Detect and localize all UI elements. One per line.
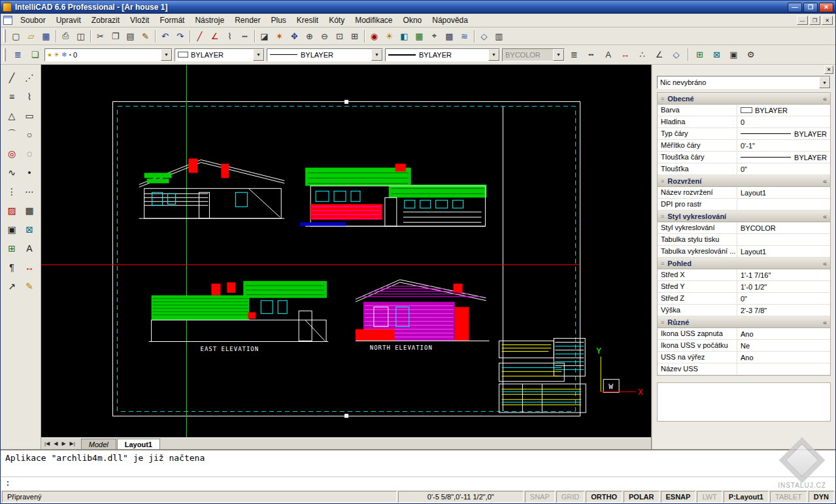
leader-icon[interactable]: ↗ [3, 277, 20, 295]
toolbar-grip[interactable] [3, 29, 6, 42]
prop-row-styl-vykreslov-n-[interactable]: Styl vykreslováníBYCOLOR [658, 222, 830, 234]
boundary-icon[interactable]: ▣ [3, 220, 20, 239]
prop-value[interactable]: Ne [737, 340, 830, 351]
prop-value[interactable]: 0" [737, 293, 830, 304]
prop-row-st-ed-z[interactable]: Střed Z0" [658, 293, 830, 305]
mdi-close-button[interactable]: ✕ [822, 16, 833, 25]
toggle-esnap[interactable]: ESNAP [661, 491, 696, 503]
drawing-canvas-svg[interactable]: EAST ELEVATION [41, 65, 651, 437]
attributes-icon[interactable]: ▣ [726, 47, 741, 62]
insert-block-icon[interactable]: ⊠ [709, 47, 724, 62]
units-icon[interactable]: ∠ [652, 47, 667, 62]
menu-koty[interactable]: Kóty [324, 14, 350, 26]
polyline-icon[interactable]: ⌇ [21, 88, 38, 106]
explore-linetypes-icon[interactable]: ╍ [584, 47, 599, 62]
entity-snap-icon[interactable]: ◇ [477, 29, 492, 44]
toolbar-icon[interactable] [686, 47, 690, 62]
multiline-icon[interactable]: ≡ [3, 88, 20, 106]
collapse-chevron-icon[interactable]: « [823, 212, 827, 220]
polyline-edit-icon[interactable]: ⌇ [222, 29, 237, 44]
menu-napoveda[interactable]: Nápověda [427, 14, 473, 26]
prop-row-tlou-ka[interactable]: Tloušťka0" [658, 163, 830, 175]
print-icon[interactable]: ⎙ [58, 29, 73, 44]
fog-icon[interactable]: ≋ [457, 29, 472, 44]
open-icon[interactable]: ▱ [24, 29, 39, 44]
prop-row-st-ed-y[interactable]: Střed Y1'-0 1/2" [658, 281, 830, 293]
region-icon[interactable]: ▦ [21, 201, 38, 220]
toggle-tablet[interactable]: TABLET [770, 491, 807, 503]
linetype-select[interactable]: BYLAYER ▼ [267, 48, 383, 61]
dimension-style-icon[interactable]: ↔ [618, 47, 633, 62]
zoom-extents-icon[interactable]: ⊞ [347, 29, 362, 44]
prop-row-tabulka-stylu-tisku[interactable]: Tabulka stylu tisku [658, 234, 830, 246]
zoom-window-icon[interactable]: ⊡ [332, 29, 347, 44]
prop-value[interactable] [737, 199, 830, 210]
new-icon[interactable]: ▢ [8, 29, 24, 44]
prop-row-n-zev-rozvr-en-[interactable]: Název rozvrženíLayout1 [658, 187, 830, 199]
measure-icon[interactable]: ⋯ [21, 182, 38, 201]
prop-value[interactable] [737, 363, 830, 375]
layer-select[interactable]: ● ☀ ❄ ▪ 0 ▼ [44, 48, 173, 61]
menu-nastroje[interactable]: Nástroje [190, 14, 229, 26]
point-icon[interactable]: • [21, 163, 38, 182]
prop-value[interactable]: Layout1 [737, 187, 830, 198]
collapse-chevron-icon[interactable]: « [823, 260, 827, 267]
line-icon[interactable]: ╱ [3, 69, 20, 87]
text-style-icon[interactable]: A [601, 47, 616, 62]
layer-states-icon[interactable]: ❏ [27, 47, 42, 62]
arc-icon[interactable]: ⌒ [3, 126, 20, 144]
prop-row-typ-ry[interactable]: Typ čáryBYLAYER [658, 128, 830, 140]
prop-row-uss-na-v-ez[interactable]: USS na výřezAno [658, 352, 830, 363]
menu-zobrazit[interactable]: Zobrazit [86, 14, 125, 26]
match-properties-icon[interactable]: ✎ [138, 29, 153, 44]
sketch-icon[interactable]: ✎ [21, 277, 38, 295]
document-system-menu-icon[interactable] [3, 16, 12, 25]
render-icon[interactable]: ◉ [367, 29, 382, 44]
copy-icon[interactable]: ❐ [108, 29, 123, 44]
layers-dialog-icon[interactable]: ≣ [10, 47, 25, 62]
toggle-dyn[interactable]: DYN [809, 491, 834, 503]
menu-modifikace[interactable]: Modifikace [350, 14, 397, 26]
point-style-icon[interactable]: ∴ [635, 47, 650, 62]
toolbar-icon[interactable] [153, 29, 158, 44]
prop-row-dpi-pro-rastr[interactable]: DPI pro rastr [658, 199, 830, 210]
menu-plus[interactable]: Plus [265, 14, 291, 26]
selection-filter-select[interactable]: Nic nevybráno ▼ [657, 76, 831, 89]
drawing-canvas[interactable]: EAST ELEVATION [41, 65, 651, 437]
prop-value[interactable]: 0" [737, 163, 830, 175]
toolbar-icon[interactable] [188, 29, 192, 44]
print-preview-icon[interactable]: ◫ [73, 29, 88, 44]
color-select[interactable]: BYLAYER ▼ [175, 48, 265, 61]
explore-layers-icon[interactable]: ≣ [567, 47, 582, 62]
menu-vlozit[interactable]: Vložit [125, 14, 154, 26]
toolbar-grip[interactable] [3, 48, 6, 61]
angle-icon[interactable]: ∠ [207, 29, 222, 44]
snap-settings-icon[interactable]: ◇ [669, 47, 684, 62]
paste-icon[interactable]: ▤ [123, 29, 138, 44]
menu-kreslit[interactable]: Kreslit [292, 14, 324, 26]
prop-value[interactable]: 0'-1" [737, 140, 830, 151]
line-icon[interactable]: ╱ [192, 29, 207, 44]
dropdown-arrow-icon[interactable]: ▼ [371, 49, 382, 61]
tab-next-icon[interactable]: ▶ [59, 441, 67, 446]
toolbox-icon[interactable]: ▥ [492, 29, 507, 44]
prop-row-barva[interactable]: BarvaBYLAYER [658, 105, 830, 116]
collapse-chevron-icon[interactable]: « [823, 318, 827, 326]
circle-icon[interactable]: ○ [21, 126, 38, 144]
menu-soubor[interactable]: Soubor [15, 14, 51, 26]
lights-icon[interactable]: ☀ [382, 29, 397, 44]
lineweight-select[interactable]: BYLAYER ▼ [385, 48, 500, 61]
dropdown-arrow-icon[interactable]: ▼ [819, 76, 830, 88]
menu-render[interactable]: Render [229, 14, 265, 26]
dropdown-arrow-icon[interactable]: ▼ [161, 49, 172, 61]
camera-icon[interactable]: ⌖ [427, 29, 442, 44]
prop-value[interactable]: Layout1 [737, 246, 830, 257]
text-icon[interactable]: A [21, 239, 38, 258]
toolbar-icon[interactable] [252, 29, 257, 44]
command-prompt-input[interactable]: : [1, 477, 835, 490]
dropdown-arrow-icon[interactable]: ▼ [488, 49, 499, 61]
erase-icon[interactable]: ◪ [257, 29, 272, 44]
make-block-icon[interactable]: ⊞ [692, 47, 707, 62]
prop-value[interactable]: Ano [737, 352, 830, 363]
menu-okno[interactable]: Okno [398, 14, 427, 26]
